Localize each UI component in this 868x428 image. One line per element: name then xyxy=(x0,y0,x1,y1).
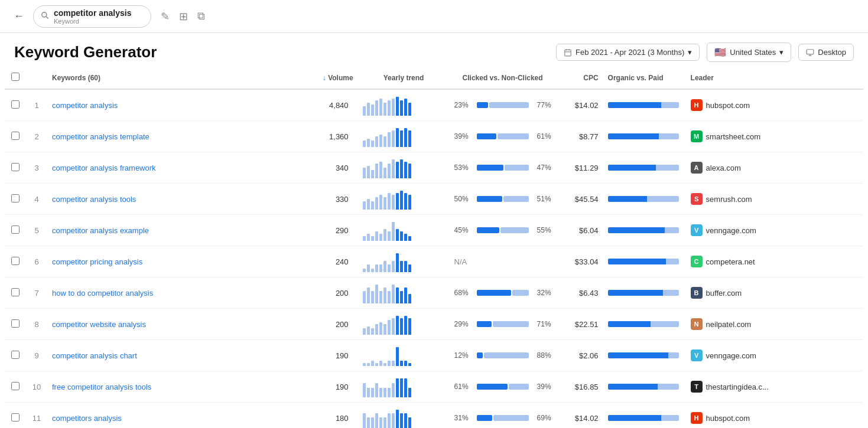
leader-name: alexa.com xyxy=(706,164,741,172)
trend-bar xyxy=(367,264,370,272)
row-organic xyxy=(603,215,686,246)
keyword-link[interactable]: competitor analysis xyxy=(52,101,118,110)
row-checkbox[interactable] xyxy=(11,132,19,140)
trend-bar xyxy=(388,100,391,116)
keyword-link[interactable]: competitor pricing analysis xyxy=(52,257,142,266)
keyword-link[interactable]: competitor analysis example xyxy=(52,226,149,235)
paid-seg xyxy=(665,227,679,233)
organic-bar xyxy=(608,196,679,202)
row-organic xyxy=(603,309,686,340)
country-button[interactable]: 🇺🇸 United States ▾ xyxy=(707,43,791,62)
trend-chart xyxy=(363,251,445,272)
leader-icon: V xyxy=(691,349,703,361)
row-keyword[interactable]: competitors analysis xyxy=(47,403,277,429)
row-organic xyxy=(603,89,686,121)
row-keyword[interactable]: competitor analysis xyxy=(47,89,277,121)
trend-bar xyxy=(400,318,403,335)
row-trend xyxy=(358,152,450,184)
row-keyword[interactable]: competitor pricing analysis xyxy=(47,246,277,277)
desktop-icon xyxy=(806,48,814,57)
table-row: 9competitor analysis chart190 12% 88% $2… xyxy=(5,340,863,371)
row-checkbox[interactable] xyxy=(11,319,19,328)
row-checkbox[interactable] xyxy=(11,257,19,265)
row-checkbox[interactable] xyxy=(11,351,19,359)
paid-seg xyxy=(661,102,679,108)
trend-bar xyxy=(367,388,370,397)
trend-bar xyxy=(371,104,374,116)
nonclicked-bar xyxy=(493,415,528,421)
trend-bar xyxy=(396,378,399,397)
device-button[interactable]: Desktop xyxy=(798,44,854,61)
row-organic xyxy=(603,340,686,371)
trend-bar xyxy=(367,363,370,366)
keyword-link[interactable]: free competitor analysis tools xyxy=(52,383,151,391)
trend-bar xyxy=(375,136,378,147)
row-keyword[interactable]: how to do competitor analysis xyxy=(47,277,277,309)
clicked-bar xyxy=(477,102,489,108)
row-num: 4 xyxy=(26,184,47,215)
trend-bar xyxy=(383,417,386,428)
edit-icon[interactable]: ✎ xyxy=(161,10,170,23)
row-num: 11 xyxy=(26,403,47,429)
row-trend xyxy=(358,403,450,429)
nonclicked-pct: 77% xyxy=(532,101,551,109)
row-checkbox[interactable] xyxy=(11,163,19,171)
trend-bar xyxy=(396,128,399,147)
select-all-checkbox[interactable] xyxy=(11,73,19,81)
top-bar-icons: ✎ ⊞ ⧉ xyxy=(161,10,205,23)
bar-pair xyxy=(477,102,529,108)
row-keyword[interactable]: competitor analysis template xyxy=(47,121,277,152)
trend-bar xyxy=(388,361,391,366)
nonclicked-bar xyxy=(512,290,529,296)
row-checkbox[interactable] xyxy=(11,194,19,202)
trend-bar xyxy=(408,164,411,178)
row-keyword[interactable]: free competitor analysis tools xyxy=(47,371,277,403)
search-pill[interactable]: competitor analysis Keyword xyxy=(33,5,151,28)
organic-bar xyxy=(608,290,679,296)
trend-bar xyxy=(375,231,378,241)
row-checkbox[interactable] xyxy=(11,100,19,109)
row-num: 8 xyxy=(26,309,47,340)
keyword-link[interactable]: competitor website analysis xyxy=(52,320,146,329)
trend-bar xyxy=(388,164,391,178)
keyword-link[interactable]: competitors analysis xyxy=(52,414,122,423)
table-container: Keywords (60) ↓ Volume Yearly trend Clic… xyxy=(0,67,868,428)
trend-bar xyxy=(383,168,386,178)
clicked-bar xyxy=(477,165,504,171)
keyword-link[interactable]: competitor analysis chart xyxy=(52,351,137,360)
row-leader: H hubspot.com xyxy=(686,403,863,429)
row-num: 10 xyxy=(26,371,47,403)
clicked-bar xyxy=(477,227,500,233)
organic-seg xyxy=(608,227,665,233)
header-volume[interactable]: ↓ Volume xyxy=(277,67,357,89)
copy-icon[interactable]: ⊞ xyxy=(179,10,188,23)
keyword-link[interactable]: competitor analysis template xyxy=(52,132,149,141)
back-button[interactable]: ← xyxy=(9,7,28,26)
keyword-link[interactable]: competitor analysis framework xyxy=(52,164,156,172)
organic-seg xyxy=(608,415,661,421)
row-checkbox[interactable] xyxy=(11,288,19,296)
row-keyword[interactable]: competitor website analysis xyxy=(47,309,277,340)
bar-pair xyxy=(477,227,529,233)
paid-seg xyxy=(661,415,679,421)
row-checkbox[interactable] xyxy=(11,382,19,390)
row-keyword[interactable]: competitor analysis framework xyxy=(47,152,277,184)
organic-bar xyxy=(608,352,679,358)
trend-bar xyxy=(404,99,407,116)
trend-bar xyxy=(392,383,395,397)
trend-bar xyxy=(383,103,386,116)
row-keyword[interactable]: competitor analysis example xyxy=(47,215,277,246)
leader-name: buffer.com xyxy=(706,289,742,298)
row-keyword[interactable]: competitor analysis chart xyxy=(47,340,277,371)
keyword-link[interactable]: competitor analysis tools xyxy=(52,195,136,204)
keyword-link[interactable]: how to do competitor analysis xyxy=(52,289,153,298)
row-keyword[interactable]: competitor analysis tools xyxy=(47,184,277,215)
row-checkbox[interactable] xyxy=(11,413,19,422)
trend-bar xyxy=(408,236,411,241)
open-icon[interactable]: ⧉ xyxy=(197,10,205,23)
row-checkbox[interactable] xyxy=(11,226,19,234)
nonclicked-pct: 39% xyxy=(532,383,551,391)
date-range-button[interactable]: Feb 2021 - Apr 2021 (3 Months) ▾ xyxy=(556,44,700,61)
clicked-pct: 61% xyxy=(454,383,473,391)
clicked-bars: 31% 69% xyxy=(454,414,551,422)
